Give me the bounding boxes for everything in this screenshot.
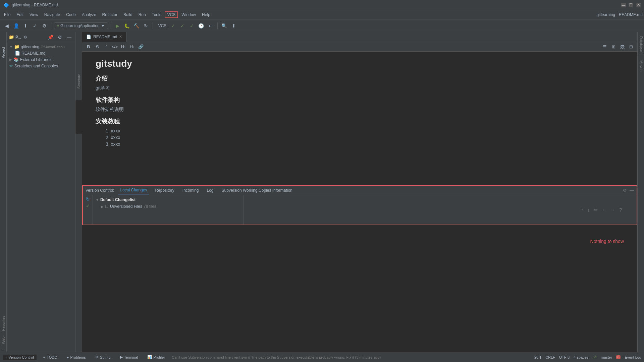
web-tab[interactable]: Web bbox=[1, 335, 5, 345]
vc-tab-incoming[interactable]: Incoming bbox=[180, 187, 201, 194]
scratches-icon: ✏ bbox=[9, 63, 13, 68]
project-panel-title: P... bbox=[15, 35, 21, 40]
editor-h1-button[interactable]: H₁ bbox=[120, 43, 127, 51]
menu-vcs[interactable]: VCS bbox=[165, 11, 178, 18]
editor-h2-button[interactable]: H₂ bbox=[128, 43, 136, 51]
vc-edit-button[interactable]: ✏ bbox=[592, 206, 599, 213]
vc-settings-button[interactable]: ⚙ bbox=[623, 188, 627, 193]
debug-button[interactable]: 🐛 bbox=[123, 22, 131, 30]
nothing-to-show-text: Nothing to show bbox=[590, 232, 624, 244]
project-strip-label[interactable]: Project bbox=[1, 46, 5, 60]
app-selector[interactable]: ● GitlearningApplication ▼ bbox=[54, 22, 108, 29]
menu-navigate[interactable]: Navigate bbox=[42, 11, 63, 18]
search-button[interactable]: 🔍 bbox=[220, 22, 228, 30]
expand-icon[interactable]: ... bbox=[2, 347, 5, 351]
tree-label-scratches: Scratches and Consoles bbox=[14, 64, 58, 68]
toolbar-commit-button[interactable]: ✓ bbox=[31, 22, 39, 30]
vc-unversioned-files[interactable]: ▶ ☐ Unversioned Files 78 files bbox=[93, 203, 244, 210]
editor-image-button[interactable]: 🖼 bbox=[619, 43, 626, 51]
toolbar-profile-button[interactable]: 👤 bbox=[12, 22, 20, 30]
menu-run[interactable]: Run bbox=[136, 11, 149, 18]
favorites-tab[interactable]: Favorites bbox=[1, 314, 5, 332]
toolbar-update-button[interactable]: ⬆ bbox=[21, 22, 30, 30]
maximize-button[interactable]: ☐ bbox=[629, 3, 633, 7]
structure-sidebar: Structure bbox=[75, 32, 82, 352]
editor-code-button[interactable]: </> bbox=[111, 43, 118, 51]
project-folder-icon: 📁 bbox=[14, 44, 19, 49]
project-tree: ▼ 📁 gitlearning E:\Java\Resou 📄 README.m… bbox=[7, 42, 75, 352]
project-settings-button[interactable]: ⚙ bbox=[56, 33, 64, 41]
title-bar: 🔷 gitlearning - README.md — ☐ ✕ bbox=[0, 0, 644, 10]
vcs-check2-button[interactable]: ✓ bbox=[178, 22, 186, 30]
status-tab-todo[interactable]: ≡ TODO bbox=[41, 355, 60, 360]
tree-item-readme[interactable]: 📄 README.md bbox=[7, 50, 75, 56]
project-pin-button[interactable]: 📌 bbox=[46, 33, 54, 41]
maven-strip-tab[interactable]: Maven bbox=[638, 56, 644, 75]
vc-right-button[interactable]: → bbox=[609, 206, 616, 213]
menu-help[interactable]: Help bbox=[199, 11, 213, 18]
file-tab-readme[interactable]: 📄 README.md ✕ bbox=[82, 32, 126, 42]
menu-file[interactable]: File bbox=[1, 11, 13, 18]
vc-header-right: ⚙ — bbox=[623, 188, 634, 193]
vcs-check1-button[interactable]: ✓ bbox=[169, 22, 177, 30]
status-tab-vc[interactable]: ↑ Version Control bbox=[3, 355, 37, 360]
tree-item-scratches[interactable]: ✏ Scratches and Consoles bbox=[7, 63, 75, 69]
toolbar-back-button[interactable]: ◀ bbox=[3, 22, 11, 30]
vc-default-changelist[interactable]: ▼ Default Changelist bbox=[93, 196, 244, 203]
editor-columns-button[interactable]: ⊞ bbox=[610, 43, 617, 51]
database-strip-tab[interactable]: Database bbox=[638, 32, 644, 56]
update-all-button[interactable]: ⬆ bbox=[230, 22, 238, 30]
menu-edit[interactable]: Edit bbox=[14, 11, 26, 18]
vcs-check3-button[interactable]: ✓ bbox=[188, 22, 196, 30]
status-tab-terminal[interactable]: ▶ Terminal bbox=[117, 354, 141, 360]
toolbar-separator3 bbox=[153, 22, 153, 29]
vc-tab-subversion[interactable]: Subversion Working Copies Information bbox=[220, 187, 294, 194]
menu-build[interactable]: Build bbox=[121, 11, 135, 18]
vc-down-button[interactable]: ↓ bbox=[586, 206, 591, 213]
menu-tools[interactable]: Tools bbox=[149, 11, 164, 18]
vcs-history-button[interactable]: 🕐 bbox=[197, 22, 205, 30]
editor-italic-button[interactable]: I bbox=[102, 43, 110, 51]
update-project-button[interactable]: ↻ bbox=[142, 22, 150, 30]
editor-link-button[interactable]: 🔗 bbox=[137, 43, 145, 51]
vc-up-button[interactable]: ↑ bbox=[580, 206, 585, 213]
minimize-button[interactable]: — bbox=[621, 3, 626, 7]
close-button[interactable]: ✕ bbox=[636, 3, 641, 7]
vc-help-button[interactable]: ? bbox=[618, 206, 623, 213]
run-button[interactable]: ▶ bbox=[114, 22, 122, 30]
editor-heading-install: 安装教程 bbox=[96, 117, 624, 125]
build-button[interactable]: 🔨 bbox=[132, 22, 141, 30]
status-tab-spring[interactable]: ⚙ Spring bbox=[93, 354, 113, 360]
error-badge: 6 bbox=[616, 355, 621, 359]
tree-item-root[interactable]: ▼ 📁 gitlearning E:\Java\Resou bbox=[7, 44, 75, 50]
menu-analyze[interactable]: Analyze bbox=[79, 11, 99, 18]
vc-minimize-button[interactable]: — bbox=[630, 188, 634, 193]
editor-align-left-button[interactable]: ☰ bbox=[601, 43, 608, 51]
vc-tab-local-changes[interactable]: Local Changes bbox=[118, 186, 149, 194]
tree-item-external-libs[interactable]: ▶ 📚 External Libraries bbox=[7, 56, 75, 63]
toolbar-settings-button[interactable]: ⚙ bbox=[40, 22, 48, 30]
problems-tab-icon: ● bbox=[67, 355, 69, 359]
status-tab-profiler[interactable]: 📊 Profiler bbox=[145, 354, 168, 360]
toolbar-separator2 bbox=[111, 22, 111, 29]
editor-strikethrough-button[interactable]: S bbox=[94, 43, 101, 51]
status-tab-problems[interactable]: ● Problems bbox=[64, 355, 89, 360]
menu-refactor[interactable]: Refactor bbox=[100, 11, 120, 18]
menu-window[interactable]: Window bbox=[179, 11, 199, 18]
event-log-label[interactable]: Event Log bbox=[625, 355, 641, 359]
project-close-button[interactable]: — bbox=[65, 33, 73, 41]
vc-left-button[interactable]: ← bbox=[600, 206, 608, 213]
undo-button[interactable]: ↩ bbox=[207, 22, 215, 30]
editor-title: gitstudy bbox=[96, 58, 624, 69]
menu-view[interactable]: View bbox=[27, 11, 41, 18]
vc-tab-repository[interactable]: Repository bbox=[153, 187, 176, 194]
editor-list-item-1: 1. xxxx bbox=[106, 128, 624, 133]
vc-tab-log[interactable]: Log bbox=[205, 187, 216, 194]
menu-bar-right: gitlearning - README.md bbox=[597, 12, 643, 17]
file-tab-close[interactable]: ✕ bbox=[119, 35, 122, 39]
structure-tab[interactable]: Structure bbox=[77, 72, 81, 90]
editor-bold-button[interactable]: B bbox=[85, 43, 92, 51]
editor-list-item-2: 2. xxxx bbox=[106, 135, 624, 140]
editor-table-button[interactable]: ⊟ bbox=[627, 43, 635, 51]
menu-code[interactable]: Code bbox=[63, 11, 78, 18]
